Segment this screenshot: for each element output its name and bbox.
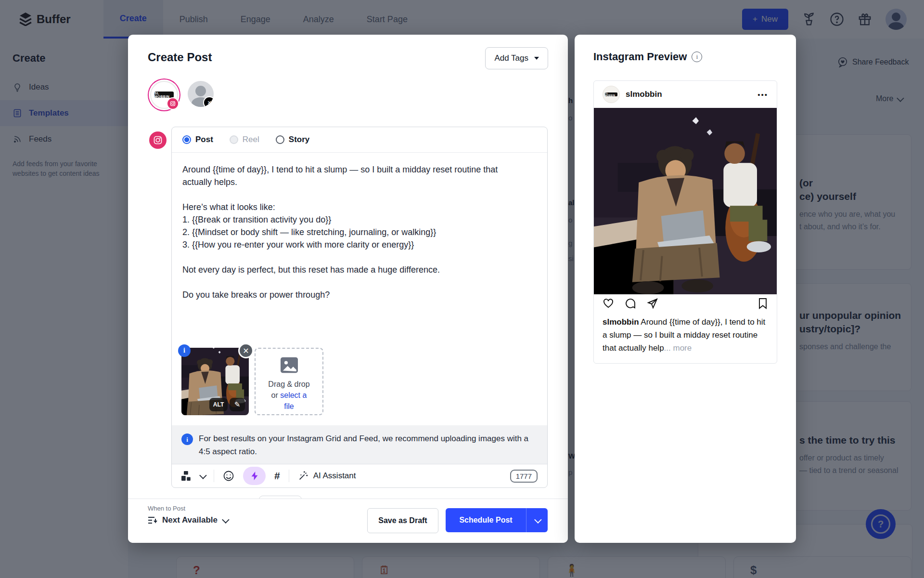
channel-avatar-instagram[interactable]: SL MOBBIN xyxy=(150,81,178,109)
caption-more-link[interactable]: ... more xyxy=(664,343,692,353)
next-available-dropdown[interactable]: Next Available xyxy=(148,515,228,525)
remove-media-button[interactable]: ✕ xyxy=(238,343,254,358)
info-icon[interactable]: i xyxy=(692,52,702,62)
caption-username: slmobbin xyxy=(603,317,639,327)
media-attachments: i ✕ ALT ✎ Drag & drop or select a file xyxy=(181,348,323,415)
when-to-post-label: When to Post xyxy=(148,505,185,512)
toolbar-divider-2 xyxy=(289,470,289,482)
composer-toolbar: # AI Assistant 1777 xyxy=(172,463,547,488)
comment-icon[interactable] xyxy=(625,298,636,309)
save-as-draft-button[interactable]: Save as Draft xyxy=(367,508,438,533)
post-actions xyxy=(594,294,777,313)
bookmark-icon[interactable] xyxy=(757,298,768,309)
close-icon: ✕ xyxy=(243,346,249,355)
composer-instagram-icon xyxy=(149,131,167,149)
post-type-tabs: Post Reel Story xyxy=(172,127,547,153)
share-plane-icon[interactable] xyxy=(647,298,658,309)
quick-actions-button[interactable] xyxy=(243,467,266,485)
buffer-app: Buffer Create Publish Engage Analyze Sta… xyxy=(0,0,924,578)
post-type-reel[interactable]: Reel xyxy=(230,135,259,144)
lightning-bolt-icon xyxy=(251,472,258,480)
image-thumbnail[interactable]: i ✕ ALT ✎ xyxy=(181,348,249,415)
edit-media-button[interactable]: ✎ xyxy=(230,398,245,411)
chevron-down-icon xyxy=(222,516,230,524)
file-dropzone[interactable]: Drag & drop or select a file xyxy=(255,348,323,415)
post-caption: slmobbin Around {{time of day}}, I tend … xyxy=(594,313,781,355)
create-post-modal: Create Post Add Tags SL MOBBIN ✕ xyxy=(128,35,568,543)
select-file-link[interactable]: select a xyxy=(280,391,307,399)
magic-wand-icon xyxy=(298,471,308,481)
queue-icon xyxy=(148,516,157,525)
post-composer: Post Reel Story Around {{time of day}}, … xyxy=(171,127,548,488)
post-header: SL MOBBIN slmobbin ••• xyxy=(594,81,777,108)
radio-unselected-icon xyxy=(276,135,284,144)
channel-logo: SL MOBBIN xyxy=(154,92,174,98)
schedule-options-toggle[interactable] xyxy=(526,508,548,532)
alt-text-button[interactable]: ALT xyxy=(209,398,228,411)
select-file-link-2[interactable]: file xyxy=(284,402,294,410)
character-counter: 1777 xyxy=(510,470,538,483)
hashtag-icon[interactable]: # xyxy=(274,470,280,482)
post-image xyxy=(594,108,777,294)
banner-text: For best results on your Instagram Grid … xyxy=(199,432,536,458)
pencil-icon: ✎ xyxy=(234,400,241,409)
media-library-icon[interactable] xyxy=(181,471,191,481)
instagram-badge-icon xyxy=(167,97,179,110)
add-tags-button[interactable]: Add Tags xyxy=(485,47,548,69)
radio-selected-icon xyxy=(182,135,191,144)
ai-assistant-button[interactable]: AI Assistant xyxy=(298,471,356,481)
radio-disabled-icon xyxy=(230,135,238,144)
instagram-preview-panel: Instagram Preview i SL MOBBIN slmobbin •… xyxy=(575,35,796,543)
modal-footer: When to Post Next Available Save as Draf… xyxy=(128,499,568,543)
post-type-post[interactable]: Post xyxy=(182,135,213,144)
modal-title: Create Post xyxy=(148,51,212,64)
instagram-post-card: SL MOBBIN slmobbin ••• xyxy=(593,80,777,364)
chevron-down-icon xyxy=(534,516,542,524)
caret-down-icon xyxy=(534,57,539,60)
caption-textarea[interactable]: Around {{time of day}}, I tend to hit a … xyxy=(172,153,529,301)
post-type-story[interactable]: Story xyxy=(276,135,309,144)
toolbar-divider xyxy=(214,470,214,482)
image-placeholder-icon xyxy=(280,356,299,374)
preview-title: Instagram Preview i xyxy=(593,51,702,63)
aspect-ratio-banner: i For best results on your Instagram Gri… xyxy=(172,425,547,465)
emoji-icon[interactable] xyxy=(223,470,234,482)
media-info-badge-icon[interactable]: i xyxy=(178,344,191,357)
channel-avatar-x[interactable]: ✕ xyxy=(188,81,214,107)
info-icon: i xyxy=(181,434,193,445)
media-chevron-icon[interactable] xyxy=(199,472,207,479)
post-menu-icon[interactable]: ••• xyxy=(757,91,768,99)
like-heart-icon[interactable] xyxy=(603,298,614,309)
account-avatar: SL MOBBIN xyxy=(603,86,620,103)
account-username: slmobbin xyxy=(626,90,662,99)
x-badge-icon: ✕ xyxy=(203,96,214,107)
schedule-post-button[interactable]: Schedule Post xyxy=(446,508,548,532)
